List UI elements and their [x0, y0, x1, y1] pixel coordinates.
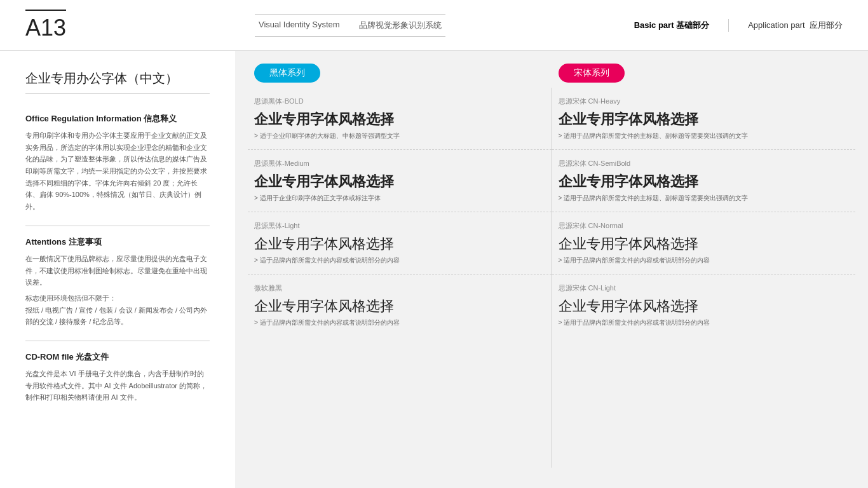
vis-title-cn: 品牌视觉形象识别系统 — [359, 20, 442, 31]
font-item-desc: > 适用于品牌内部所需文件的内容或者说明部分的内容 — [559, 256, 850, 265]
header-nav: Basic part 基础部分 Application part 应用部分 — [634, 19, 843, 32]
columns-wrapper: 思源黑体-BOLD企业专用字体风格选择> 适于企业印刷字体的大标题、中标题等强调… — [248, 88, 855, 468]
font-item-label: 思源宋体 CN-SemiBold — [559, 159, 850, 168]
font-item-desc: > 适用于企业印刷字体的正文字体或标注字体 — [254, 194, 545, 203]
font-item-demo: 企业专用字体风格选择 — [254, 297, 545, 316]
font-item-desc: > 适用于品牌内部所需文件的内容或者说明部分的内容 — [559, 318, 850, 327]
font-item-label: 思源黑体-Light — [254, 221, 545, 231]
section2-text2: 标志使用环境包括但不限于： 报纸 / 电视广告 / 宣传 / 包装 / 会议 /… — [25, 292, 210, 328]
font-item-demo: 企业专用字体风格选择 — [559, 297, 850, 316]
section-cdrom: CD-ROM file 光盘文件 光盘文件是本 VI 手册电子文件的集合，内含手… — [25, 351, 210, 403]
font-item-label: 思源黑体-Medium — [254, 159, 545, 168]
section3-title: CD-ROM file 光盘文件 — [25, 351, 210, 363]
header-center: Visual Identity System 品牌视觉形象识别系统 — [255, 14, 445, 37]
font-item-desc: > 适于品牌内部所需文件的内容或者说明部分的内容 — [254, 318, 545, 327]
font-item-desc: > 适用于品牌内部所需文件的主标题、副标题等需要突出强调的文字 — [559, 194, 850, 203]
right-panel: 黑体系列 宋体系列 思源黑体-BOLD企业专用字体风格选择> 适于企业印刷字体的… — [235, 51, 868, 488]
font-item-desc: > 适用于品牌内部所需文件的主标题、副标题等需要突出强调的文字 — [559, 132, 850, 140]
font-item: 思源宋体 CN-Light企业专用字体风格选择> 适用于品牌内部所需文件的内容或… — [552, 274, 856, 336]
font-item-desc: > 适于企业印刷字体的大标题、中标题等强调型文字 — [254, 132, 545, 140]
main-layout: 企业专用办公字体（中文） Office Regulation Informati… — [0, 51, 868, 488]
font-item-label: 思源宋体 CN-Light — [559, 283, 850, 293]
font-item-label: 微软雅黑 — [254, 283, 545, 293]
section-attentions: Attentions 注意事项 在一般情况下使用品牌标志，应尽量使用提供的光盘电… — [25, 236, 210, 328]
font-item: 思源宋体 CN-SemiBold企业专用字体风格选择> 适用于品牌内部所需文件的… — [552, 150, 856, 212]
left-divider-2 — [25, 341, 210, 341]
nav-basic[interactable]: Basic part 基础部分 — [634, 20, 710, 31]
nav-application[interactable]: Application part 应用部分 — [748, 20, 843, 31]
nav-separator — [728, 19, 729, 32]
left-panel: 企业专用办公字体（中文） Office Regulation Informati… — [0, 51, 235, 488]
section2-title: Attentions 注意事项 — [25, 236, 210, 248]
badge-row: 黑体系列 宋体系列 — [248, 64, 855, 83]
heiti-column: 思源黑体-BOLD企业专用字体风格选择> 适于企业印刷字体的大标题、中标题等强调… — [248, 88, 552, 468]
header-line-bottom — [255, 36, 445, 37]
section2-text1: 在一般情况下使用品牌标志，应尽量使用提供的光盘电子文件，不建议使用标准制图绘制标… — [25, 253, 210, 288]
font-item-demo: 企业专用字体风格选择 — [254, 110, 545, 129]
font-item-demo: 企业专用字体风格选择 — [254, 234, 545, 254]
section1-title: Office Regulation Information 信息释义 — [25, 113, 210, 125]
vis-title-en: Visual Identity System — [259, 20, 340, 31]
font-item-label: 思源黑体-BOLD — [254, 97, 545, 106]
header-titles: Visual Identity System 品牌视觉形象识别系统 — [259, 20, 442, 31]
font-item: 思源黑体-Medium企业专用字体风格选择> 适用于企业印刷字体的正文字体或标注… — [248, 150, 552, 212]
left-divider-1 — [25, 226, 210, 226]
font-item-label: 思源宋体 CN-Normal — [559, 221, 850, 231]
font-item: 思源宋体 CN-Normal企业专用字体风格选择> 适用于品牌内部所需文件的内容… — [552, 212, 856, 274]
font-item: 思源宋体 CN-Heavy企业专用字体风格选择> 适用于品牌内部所需文件的主标题… — [552, 88, 856, 150]
header-line-top — [255, 14, 445, 15]
section-office-regulation: Office Regulation Information 信息释义 专用印刷字… — [25, 113, 210, 213]
left-page-title: 企业专用办公字体（中文） — [25, 70, 210, 94]
font-item-demo: 企业专用字体风格选择 — [254, 172, 545, 191]
font-item: 思源黑体-Light企业专用字体风格选择> 适于品牌内部所需文件的内容或者说明部… — [248, 212, 552, 274]
font-item-desc: > 适于品牌内部所需文件的内容或者说明部分的内容 — [254, 256, 545, 265]
font-item: 思源黑体-BOLD企业专用字体风格选择> 适于企业印刷字体的大标题、中标题等强调… — [248, 88, 552, 150]
section3-text: 光盘文件是本 VI 手册电子文件的集合，内含手册制作时的专用软件格式文件。其中 … — [25, 368, 210, 403]
font-item: 微软雅黑企业专用字体风格选择> 适于品牌内部所需文件的内容或者说明部分的内容 — [248, 274, 552, 336]
badge-songti: 宋体系列 — [559, 64, 625, 83]
page-id: A13 — [25, 10, 66, 41]
font-item-demo: 企业专用字体风格选择 — [559, 234, 850, 254]
font-item-demo: 企业专用字体风格选择 — [559, 172, 850, 191]
font-item-label: 思源宋体 CN-Heavy — [559, 97, 850, 106]
top-header: A13 Visual Identity System 品牌视觉形象识别系统 Ba… — [0, 0, 868, 51]
section1-text: 专用印刷字体和专用办公字体主要应用于企业文献的正文及实务用品，所选定的字体用以实… — [25, 130, 210, 213]
font-item-demo: 企业专用字体风格选择 — [559, 110, 850, 129]
badge-heiti: 黑体系列 — [254, 64, 320, 83]
songti-column: 思源宋体 CN-Heavy企业专用字体风格选择> 适用于品牌内部所需文件的主标题… — [552, 88, 856, 468]
